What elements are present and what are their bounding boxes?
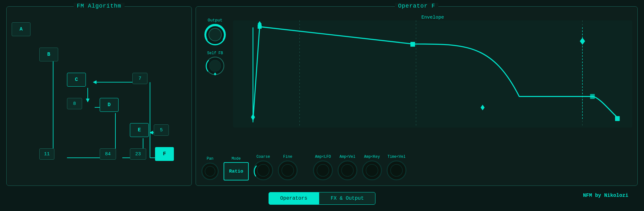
branding-text: NFM by Nikolozi bbox=[583, 193, 628, 198]
amp-vel-label: Amp<Vel bbox=[340, 155, 355, 159]
fm-panel-title: FM Algorithm bbox=[74, 3, 125, 9]
svg-rect-30 bbox=[590, 94, 595, 99]
fx-output-tab[interactable]: FX & Output bbox=[319, 192, 375, 205]
amp-key-label: Amp<Key bbox=[364, 155, 380, 159]
svg-rect-17 bbox=[233, 20, 632, 128]
fm-algorithm-panel: FM Algorithm bbox=[6, 6, 192, 186]
op-block-A[interactable]: A bbox=[12, 22, 31, 36]
svg-rect-24 bbox=[258, 25, 262, 29]
svg-point-42 bbox=[366, 164, 378, 176]
amp-vel-control: Amp<Vel bbox=[337, 155, 358, 180]
amp-lfo-knob[interactable] bbox=[313, 160, 333, 180]
num-block-7[interactable]: 7 bbox=[132, 73, 147, 84]
time-vel-label: Time<Vel bbox=[387, 155, 406, 159]
fine-label: Fine bbox=[283, 155, 292, 159]
mode-button[interactable]: Ratio bbox=[224, 162, 249, 180]
svg-point-13 bbox=[209, 28, 221, 41]
mode-label: Mode bbox=[232, 157, 241, 161]
mode-control: Mode Ratio bbox=[224, 157, 249, 180]
op-block-F[interactable]: F bbox=[155, 147, 174, 161]
num-block-11[interactable]: 11 bbox=[39, 148, 54, 160]
envelope-label: Envelope bbox=[421, 15, 444, 20]
svg-point-44 bbox=[391, 164, 402, 176]
output-knob[interactable] bbox=[204, 23, 226, 46]
amp-key-knob[interactable] bbox=[362, 160, 382, 180]
fine-control: Fine bbox=[278, 155, 298, 180]
svg-rect-29 bbox=[615, 116, 620, 121]
op-block-B[interactable]: B bbox=[39, 48, 58, 61]
svg-point-40 bbox=[341, 164, 353, 176]
coarse-label: Coarse bbox=[256, 155, 270, 159]
operator-f-panel: Operator F Output bbox=[196, 6, 638, 186]
output-control: Output bbox=[201, 18, 229, 46]
num-block-84[interactable]: 84 bbox=[100, 148, 116, 160]
svg-point-36 bbox=[282, 164, 294, 176]
op-block-D[interactable]: D bbox=[100, 98, 119, 112]
svg-point-34 bbox=[257, 164, 269, 176]
svg-rect-25 bbox=[410, 42, 415, 47]
svg-point-38 bbox=[317, 164, 329, 176]
num-block-23[interactable]: 23 bbox=[130, 148, 146, 160]
self-fb-label: Self FB bbox=[207, 51, 223, 55]
self-fb-control: Self FB bbox=[201, 51, 229, 76]
amp-lfo-label: Amp<LFO bbox=[315, 155, 331, 159]
time-vel-control: Time<Vel bbox=[386, 155, 407, 180]
self-fb-knob[interactable] bbox=[205, 56, 225, 76]
op-block-C[interactable]: C bbox=[67, 73, 86, 87]
op-block-E[interactable]: E bbox=[130, 123, 149, 137]
footer-row: Operators FX & Output NFM by Nikolozi bbox=[6, 192, 638, 205]
amp-key-control: Amp<Key bbox=[362, 155, 382, 180]
pan-control: Pan bbox=[201, 157, 219, 180]
time-vel-knob[interactable] bbox=[386, 160, 407, 180]
output-label: Output bbox=[208, 18, 223, 23]
nav-buttons: Operators FX & Output bbox=[269, 192, 375, 205]
pan-label: Pan bbox=[207, 157, 214, 161]
pan-knob[interactable] bbox=[201, 162, 219, 180]
op-panel-title: Operator F bbox=[395, 3, 438, 9]
coarse-control: Coarse bbox=[253, 155, 273, 180]
svg-point-15 bbox=[209, 60, 221, 71]
amp-vel-knob[interactable] bbox=[337, 160, 358, 180]
num-block-8[interactable]: 8 bbox=[67, 98, 82, 109]
coarse-knob[interactable] bbox=[253, 160, 273, 180]
operators-tab[interactable]: Operators bbox=[269, 192, 319, 205]
envelope-display bbox=[233, 20, 632, 128]
svg-point-32 bbox=[205, 166, 215, 176]
num-block-5[interactable]: 5 bbox=[154, 124, 169, 136]
amp-lfo-control: Amp<LFO bbox=[313, 155, 333, 180]
fine-knob[interactable] bbox=[278, 160, 298, 180]
